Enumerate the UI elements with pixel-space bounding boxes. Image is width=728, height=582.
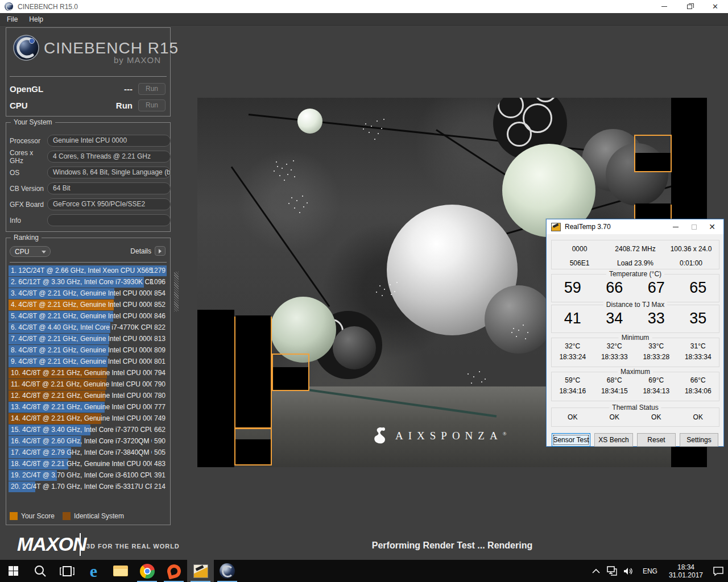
realtemp-maximize-button[interactable] xyxy=(685,219,703,234)
render-bucket xyxy=(234,428,272,465)
ranking-row: 10. 4C/8T @ 2.21 GHz, Genuine Intel CPU … xyxy=(9,368,167,379)
ranking-entry-score: 590 xyxy=(154,437,166,445)
min-temp-2: 33°C xyxy=(635,342,677,350)
ranking-entry-score: 809 xyxy=(154,346,166,354)
ranking-entry-label: 2. 6C/12T @ 3.30 GHz, Intel Core i7-3930… xyxy=(11,278,152,286)
taskbar-cinebench[interactable] xyxy=(214,560,241,582)
thermal-3: OK xyxy=(677,413,719,421)
language-indicator[interactable]: ENG xyxy=(637,567,663,575)
thermal-0: OK xyxy=(552,413,594,421)
ranking-row: 20. 2C/4T @ 1.70 GHz, Intel Core i5-3317… xyxy=(9,481,167,493)
ranking-row: 19. 2C/4T @ 3.70 GHz, Intel Core i3-6100… xyxy=(9,470,167,481)
core1-distance: 34 xyxy=(594,310,636,327)
cb-version-label: CB Version xyxy=(10,185,47,193)
ranking-entry-label: 14. 4C/8T @ 2.21 GHz, Genuine Intel CPU … xyxy=(11,414,152,422)
realtemp-minimize-button[interactable] xyxy=(667,219,685,234)
ranking-entry-label: 17. 4C/8T @ 2.79 GHz, Intel Core i7-3840… xyxy=(11,448,152,456)
max-time-0: 18:34:16 xyxy=(552,387,594,395)
ranking-list: 1. 12C/24T @ 2.66 GHz, Intel Xeon CPU X5… xyxy=(9,265,167,493)
search-button[interactable] xyxy=(27,560,53,582)
ranking-entry-label: 13. 4C/8T @ 2.21 GHz, Genuine Intel CPU … xyxy=(11,403,152,411)
max-time-3: 18:34:06 xyxy=(677,387,719,395)
taskbar-edge[interactable]: e xyxy=(80,560,107,582)
min-time-0: 18:33:24 xyxy=(552,353,594,361)
maximum-title: Maximum xyxy=(618,368,653,376)
network-button[interactable] xyxy=(604,560,620,582)
load-value: Load 23.9% xyxy=(607,259,663,267)
scene-watermark: AIXSPONZA® xyxy=(373,426,543,446)
clock-date: 31.01.2017 xyxy=(669,571,703,579)
core3-temp: 65 xyxy=(677,279,719,297)
ranking-entry-score: 777 xyxy=(154,403,166,411)
volume-button[interactable] xyxy=(620,560,637,582)
distance-title: Distance to TJ Max xyxy=(603,301,667,309)
thermal-1: OK xyxy=(594,413,636,421)
task-view-icon xyxy=(60,566,75,577)
gfx-board-label: GFX Board xyxy=(10,201,47,209)
ranking-filter-value: CPU xyxy=(15,248,29,256)
your-system-panel: Your System Processor Genuine Intel CPU … xyxy=(6,122,171,232)
restore-button[interactable] xyxy=(677,0,702,13)
taskbar-chrome[interactable] xyxy=(134,560,160,582)
clock[interactable]: 18:34 31.01.2017 xyxy=(663,563,709,579)
start-button[interactable] xyxy=(0,560,27,582)
scene-sphere-glass-left xyxy=(270,297,336,363)
menu-help[interactable]: Help xyxy=(23,13,49,26)
action-center-button[interactable] xyxy=(709,560,728,582)
minimize-button[interactable] xyxy=(651,0,677,13)
ranking-row: 14. 4C/8T @ 2.21 GHz, Genuine Intel CPU … xyxy=(9,413,167,425)
temperature-title: Temperature (°C) xyxy=(606,270,664,278)
realtemp-app-icon xyxy=(551,223,561,231)
search-icon xyxy=(34,564,47,578)
windows-logo-icon xyxy=(9,566,18,576)
core2-distance: 33 xyxy=(635,310,677,327)
cinebench-logo-icon xyxy=(13,35,39,61)
ranking-entry-score: 790 xyxy=(154,380,166,388)
taskbar-origin[interactable] xyxy=(160,560,187,582)
mhz-value: 2408.72 MHz xyxy=(607,245,663,253)
cinebench-icon xyxy=(220,563,235,579)
cpu-id-value: 0000 xyxy=(552,245,607,253)
benchmark-panel: CINEBENCH R15 by MAXON OpenGL --- Run CP… xyxy=(6,27,171,117)
ranking-filter-dropdown[interactable]: CPU xyxy=(10,246,51,257)
menu-file[interactable]: File xyxy=(1,13,23,26)
task-view-button[interactable] xyxy=(53,560,80,582)
tray-expand-button[interactable] xyxy=(588,560,604,582)
render-status-text: Performing Render Test ... Rendering xyxy=(197,541,707,551)
settings-button[interactable]: Settings xyxy=(680,433,718,447)
close-button[interactable]: ✕ xyxy=(702,0,728,13)
sensor-test-button[interactable]: Sensor Test xyxy=(552,433,590,447)
action-center-icon xyxy=(713,566,724,576)
realtemp-titlebar: RealTemp 3.70 ✕ xyxy=(547,219,723,234)
scene-sphere-small-white xyxy=(297,109,322,134)
file-explorer-icon xyxy=(113,566,128,576)
chrome-icon xyxy=(140,564,155,579)
cores-field: 4 Cores, 8 Threads @ 2.21 GHz xyxy=(47,151,171,163)
divider xyxy=(80,533,81,556)
min-time-1: 18:33:33 xyxy=(594,353,636,361)
ranking-entry-score: 749 xyxy=(154,414,166,422)
maxon-logo: MAXON xyxy=(17,533,86,555)
taskbar-realtemp[interactable] xyxy=(187,560,214,582)
cpu-run-button[interactable]: Run xyxy=(138,99,166,111)
scene-wire xyxy=(231,167,330,307)
ranking-entry-score: 822 xyxy=(154,323,166,331)
system-tray: ENG 18:34 31.01.2017 xyxy=(588,560,728,582)
realtemp-close-button[interactable]: ✕ xyxy=(703,219,721,234)
ranking-title: Ranking xyxy=(11,234,42,242)
ranking-entry-label: 8. 4C/8T @ 2.21 GHz, Genuine Intel CPU 0… xyxy=(11,346,152,354)
xs-bench-button[interactable]: XS Bench xyxy=(594,433,633,447)
panel-splitter-handle[interactable] xyxy=(174,272,179,311)
render-bucket xyxy=(634,135,672,172)
details-button[interactable] xyxy=(155,246,166,256)
thermal-status-title: Thermal Status xyxy=(609,404,661,411)
gfx-board-field: GeForce GTX 950/PCIe/SSE2 xyxy=(47,198,171,210)
render-bucket xyxy=(234,391,272,429)
taskbar-file-explorer[interactable] xyxy=(107,560,134,582)
your-score-label: Your Score xyxy=(21,512,55,520)
ranking-entry-label: 6. 4C/8T @ 4.40 GHz, Intel Core i7-4770K… xyxy=(11,323,152,331)
opengl-run-button[interactable]: Run xyxy=(138,83,166,95)
ranking-row: 18. 4C/8T @ 2.21 GHz, Genuine Intel CPU … xyxy=(9,459,167,470)
reset-button[interactable]: Reset xyxy=(637,433,676,447)
ranking-entry-score: 846 xyxy=(154,312,166,320)
